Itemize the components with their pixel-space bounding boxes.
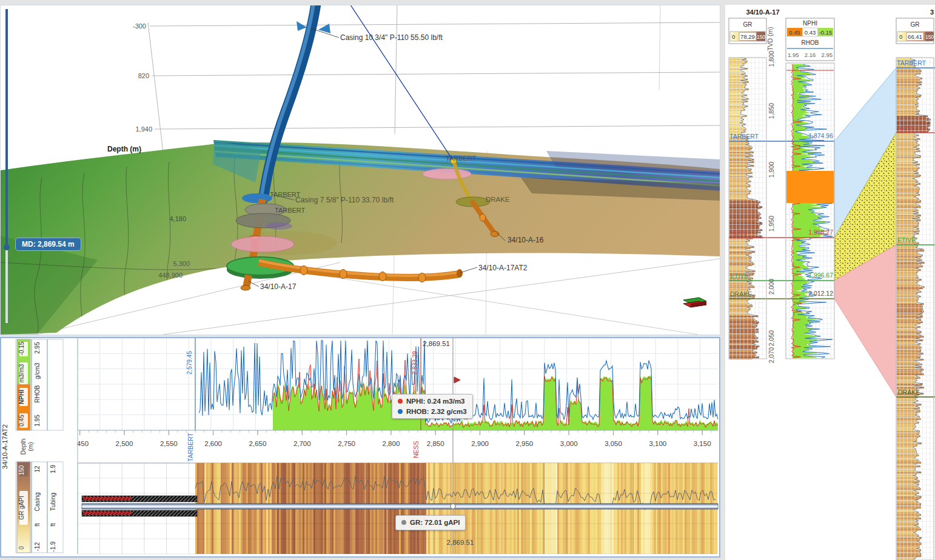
w1-nphi-min: 0.45 bbox=[789, 29, 800, 36]
svg-text:2,550: 2,550 bbox=[160, 440, 178, 447]
log-section-panel[interactable]: 2,579.45 2,833.29 2,4502,5002,5502,6002,… bbox=[0, 337, 720, 558]
cursor-depth-bottom: 2,869.51 bbox=[447, 539, 474, 546]
tubing-centerline bbox=[82, 506, 718, 507]
well2-title[interactable]: 3 bbox=[930, 8, 934, 16]
w2-gr-title: GR bbox=[911, 21, 920, 28]
wellbore-shoe bbox=[241, 285, 250, 290]
gr-min: 0 bbox=[18, 546, 25, 550]
nphi-unit: m3/m3 bbox=[18, 364, 25, 382]
svg-text:1,800: 1,800 bbox=[768, 51, 775, 67]
cursor-flag-icon bbox=[454, 377, 460, 383]
svg-text:2,070: 2,070 bbox=[768, 347, 775, 363]
svg-text:1,950: 1,950 bbox=[768, 216, 775, 232]
w2-drake-label[interactable]: DRAKE bbox=[898, 388, 920, 396]
well-label-34-10-A-17[interactable]: 34/10-A-17 bbox=[260, 282, 297, 291]
w1-nphi-title: NPHI bbox=[803, 20, 817, 27]
rhob-dot-icon bbox=[398, 409, 403, 414]
well-label-34-10-A-17AT2[interactable]: 34/10-A-17AT2 bbox=[478, 264, 528, 272]
w1-nphi-max: -0.15 bbox=[819, 29, 833, 36]
w2-ness-label[interactable]: NESS bbox=[897, 124, 915, 132]
w2-tarbert-label[interactable]: TARBERT bbox=[897, 59, 927, 67]
md-readout-badge: MD: 2,869.54 m bbox=[15, 238, 81, 251]
casing-annotation-mid: Casing 7 5/8" P-110 33.70 lb/ft bbox=[295, 196, 394, 204]
w1-gr-min: 0 bbox=[732, 33, 735, 40]
casing-red-segment bbox=[83, 512, 132, 515]
w2-gr-mean: 66.41 bbox=[908, 33, 922, 40]
formation-label-drake: DRAKE bbox=[486, 196, 510, 203]
svg-text:3,000: 3,000 bbox=[560, 440, 578, 447]
svg-text:2,600: 2,600 bbox=[204, 440, 222, 447]
3d-scene-canvas[interactable]: -300 820 1,940 Depth (m) 4,180 5,300 448… bbox=[1, 5, 720, 335]
tooltip-nphi-text: NPHI: 0.24 m3/m3 bbox=[406, 398, 465, 405]
casing-min: -12 bbox=[34, 542, 41, 551]
w1-nphi-mean: 0.43 bbox=[805, 29, 816, 36]
gr-readout-tooltip: GR: 72.01 gAPI bbox=[395, 515, 466, 530]
well1-title[interactable]: 34/10-A-17 bbox=[746, 8, 779, 16]
axis-tick-minus300: -300 bbox=[133, 22, 146, 30]
lateral-endcap bbox=[457, 269, 463, 278]
casing-name: Casing bbox=[34, 492, 41, 511]
gr-dot-icon bbox=[401, 520, 406, 525]
casing-red-segment bbox=[83, 497, 132, 501]
w1-gr-max: 150 bbox=[757, 34, 765, 40]
formation-label-tarbert: TARBERT bbox=[270, 191, 301, 198]
tube-joint-ring bbox=[480, 214, 486, 221]
tooltip-rhob-text: RHOB: 2.32 g/cm3 bbox=[406, 408, 467, 415]
w1-tarbert-label[interactable]: TARBERT bbox=[729, 133, 759, 140]
casing-annotation-top: Casing 10 3/4" P-110 55.50 lb/ft bbox=[340, 33, 443, 42]
tarbert-depth-label: 2,579.45 bbox=[186, 351, 193, 375]
svg-text:1,900: 1,900 bbox=[768, 162, 775, 178]
w2-etive-label[interactable]: ETIVE bbox=[897, 236, 916, 244]
w1-gr-mean: 78.29 bbox=[740, 33, 755, 40]
svg-text:3,100: 3,100 bbox=[649, 440, 666, 447]
3d-view-panel[interactable]: -300 820 1,940 Depth (m) 4,180 5,300 448… bbox=[0, 5, 720, 335]
slider-handle[interactable] bbox=[4, 244, 10, 250]
app-root: -300 820 1,940 Depth (m) 4,180 5,300 448… bbox=[0, 0, 935, 560]
cursor-depth-top: 2,869.51 bbox=[423, 340, 450, 347]
w1-tarbert-value: 1,874.96 bbox=[808, 132, 833, 139]
nphi-max: -0.15 bbox=[18, 341, 25, 355]
svg-text:2,850: 2,850 bbox=[427, 440, 444, 447]
w2-gr-min: 0 bbox=[899, 33, 902, 40]
depth-axis-strip: 2,4502,5002,5502,6002,6502,7002,7502,800… bbox=[71, 430, 718, 463]
rhob-name: RHOB bbox=[34, 385, 41, 402]
svg-text:2,900: 2,900 bbox=[471, 440, 489, 447]
svg-text:1,850: 1,850 bbox=[768, 103, 775, 119]
nphi-dot-icon bbox=[398, 399, 403, 404]
correlation-canvas[interactable]: 1,8001,8501,9001,9502,0002,0502,070 TVD … bbox=[725, 5, 935, 560]
svg-text:2,800: 2,800 bbox=[383, 440, 400, 447]
depth-axis-word: Depth bbox=[20, 439, 27, 455]
gr-max: 150 bbox=[18, 465, 25, 475]
casing-shoe-disk bbox=[242, 193, 272, 203]
axis-left-mask bbox=[1, 430, 76, 463]
tube-joint-ring bbox=[379, 272, 386, 281]
data-gap-block bbox=[786, 171, 834, 203]
w1-gr-title: GR bbox=[743, 21, 752, 28]
w1-rhob-mean: 2.16 bbox=[805, 52, 816, 58]
tarbert-marker-name: TARBERT bbox=[187, 432, 194, 462]
correlation-panel[interactable]: 1,8001,8501,9001,9502,0002,0502,070 TVD … bbox=[725, 5, 935, 560]
w1-rhob-title: RHOB bbox=[802, 39, 819, 46]
svg-text:3,050: 3,050 bbox=[605, 440, 622, 447]
gr-label: GR gAPI bbox=[18, 496, 25, 519]
formation-label-tarbert: TARBERT bbox=[275, 207, 306, 214]
formation-label-tarbert: TARBERT bbox=[446, 155, 477, 162]
tvd-axis-title: TVD (m) bbox=[766, 27, 774, 51]
well-label-34-10-A-16[interactable]: 34/10-A-16 bbox=[508, 236, 544, 244]
w1-ness-label[interactable]: NESS bbox=[730, 229, 748, 236]
log-section-canvas[interactable]: 2,579.45 2,833.29 2,4502,5002,5502,6002,… bbox=[1, 338, 719, 556]
tubing-unit: ft bbox=[50, 523, 56, 527]
w1-drake-label[interactable]: DRAKE bbox=[730, 290, 752, 298]
w1-etive-label[interactable]: ETIVE bbox=[730, 272, 748, 279]
ness-depth-label: 2,833.29 bbox=[412, 351, 418, 375]
nphi-name: NPHI bbox=[18, 390, 25, 404]
formation-disk-pink bbox=[231, 236, 294, 252]
w1-rhob-min: 1.95 bbox=[788, 52, 799, 58]
formation-disk-pink bbox=[423, 168, 471, 179]
cursor-tubing-marker bbox=[451, 504, 455, 509]
casing-unit: ft bbox=[34, 523, 41, 527]
axis-tick-4180: 4,180 bbox=[169, 215, 186, 222]
tubing-max: 1.9 bbox=[50, 465, 56, 473]
depth-axis-title: Depth (m) bbox=[107, 145, 141, 153]
tubing-min: -1.9 bbox=[50, 541, 56, 552]
